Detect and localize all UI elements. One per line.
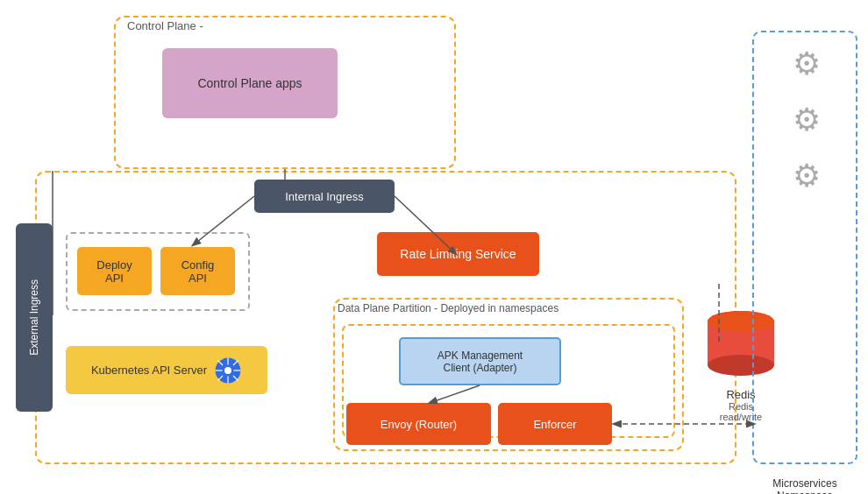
deploy-api: DeployAPI bbox=[77, 247, 152, 295]
k8s-icon bbox=[214, 356, 242, 385]
enforcer: Enforcer bbox=[498, 403, 612, 445]
control-plane-label: Control Plane - bbox=[127, 19, 203, 32]
diagram: Control Plane - Control Plane apps Exter… bbox=[0, 0, 868, 494]
rate-limiting-service: Rate Limiting Service bbox=[377, 232, 539, 276]
gear-icon-2: ⚙ bbox=[793, 104, 821, 136]
gear-icon-3: ⚙ bbox=[793, 160, 821, 192]
config-api: ConfigAPI bbox=[160, 247, 235, 295]
envoy-router: Envoy (Router) bbox=[346, 403, 491, 445]
gear-icon-1: ⚙ bbox=[793, 48, 821, 80]
svg-point-1 bbox=[224, 367, 231, 374]
apk-management-client: APK ManagementClient (Adapter) bbox=[399, 337, 561, 385]
external-ingress: External Ingress bbox=[16, 223, 53, 412]
gears-container: ⚙ ⚙ ⚙ bbox=[763, 48, 850, 192]
control-plane-apps: Control Plane apps bbox=[162, 48, 338, 118]
kubernetes-api-server: Kubernetes API Server bbox=[66, 346, 267, 394]
microservices-label: Microservices Namespace bbox=[752, 477, 857, 494]
data-plane-partition-label: Data Plane Partition - Deployed in names… bbox=[338, 302, 559, 314]
internal-ingress: Internal Ingress bbox=[254, 180, 395, 213]
